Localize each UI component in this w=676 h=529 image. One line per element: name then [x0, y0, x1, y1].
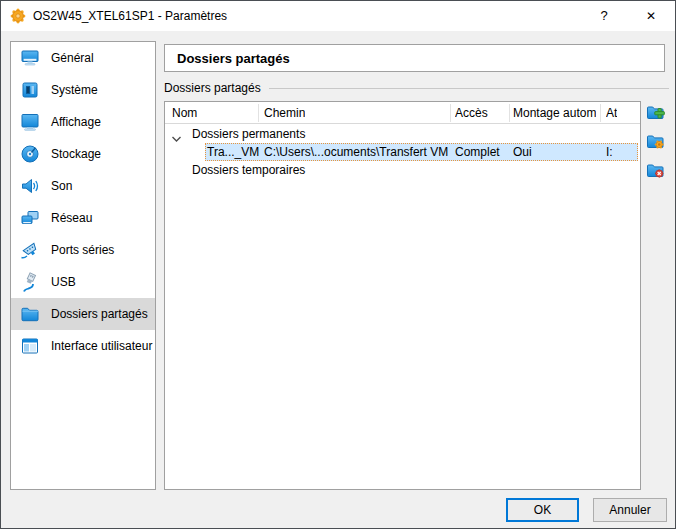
sidebar-item-label: Interface utilisateur: [51, 339, 152, 353]
sidebar-item-label: Stockage: [51, 147, 101, 161]
sidebar-item-label: Dossiers partagés: [51, 307, 148, 321]
column-separator[interactable]: [450, 104, 451, 122]
sidebar-item-user-interface[interactable]: Interface utilisateur: [11, 330, 155, 362]
folder-remove-icon: [645, 160, 667, 182]
titlebar[interactable]: OS2W45_XTEL61SP1 - Paramètres ? ✕: [1, 1, 675, 31]
settings-dialog: OS2W45_XTEL61SP1 - Paramètres ? ✕ Généra…: [0, 0, 676, 529]
groupbox-header: Dossiers partagés: [164, 81, 669, 95]
sidebar-item-network[interactable]: Réseau: [11, 202, 155, 234]
sidebar-item-label: Réseau: [51, 211, 92, 225]
shared-folder-row[interactable]: Tra..._VM C:\Users\...ocuments\Transfert…: [165, 143, 640, 161]
close-button[interactable]: ✕: [635, 1, 667, 31]
column-header-nom[interactable]: Nom: [172, 102, 197, 124]
cell-montage-auto: Oui: [513, 143, 532, 161]
sidebar-item-system[interactable]: Système: [11, 74, 155, 106]
speaker-icon: [19, 175, 41, 197]
network-icon: [19, 207, 41, 229]
serial-port-icon: [19, 239, 41, 261]
groupbox-line: [269, 88, 669, 89]
ui-window-icon: [19, 335, 41, 357]
shared-folder-icon: [19, 303, 41, 325]
sidebar-item-audio[interactable]: Son: [11, 170, 155, 202]
folder-toolbar: [645, 102, 669, 182]
groupbox-label: Dossiers partagés: [164, 81, 261, 95]
sidebar-item-serial-ports[interactable]: Ports séries: [11, 234, 155, 266]
help-button[interactable]: ?: [588, 1, 620, 31]
settings-category-list: Général Système Affichage Stockage Son R…: [10, 41, 156, 490]
sidebar-item-storage[interactable]: Stockage: [11, 138, 155, 170]
folder-gear-icon: [645, 131, 667, 153]
sidebar-item-shared-folders[interactable]: Dossiers partagés: [11, 298, 155, 330]
column-separator[interactable]: [600, 104, 601, 122]
tree-group-label: Dossiers temporaires: [192, 161, 305, 179]
display-icon: [19, 111, 41, 133]
column-header-acces[interactable]: Accès: [455, 102, 488, 124]
cancel-button[interactable]: Annuler: [593, 498, 667, 522]
table-header: Nom Chemin Accès Montage autom At: [165, 102, 640, 124]
cell-acces: Complet: [455, 143, 500, 161]
sidebar-item-label: Ports séries: [51, 243, 114, 257]
add-shared-folder-button[interactable]: [645, 102, 667, 124]
chip-icon: [19, 79, 41, 101]
tree-group-label: Dossiers permanents: [192, 125, 305, 143]
sidebar-item-label: Son: [51, 179, 72, 193]
sidebar-item-usb[interactable]: USB: [11, 266, 155, 298]
shared-folders-table: Nom Chemin Accès Montage autom At Dossie…: [164, 101, 641, 490]
column-separator[interactable]: [509, 104, 510, 122]
tree-group-permanent-folders[interactable]: Dossiers permanents: [165, 125, 640, 143]
remove-shared-folder-button[interactable]: [645, 160, 667, 182]
sidebar-item-general[interactable]: Général: [11, 42, 155, 74]
column-header-at[interactable]: At: [606, 102, 617, 124]
column-header-montage[interactable]: Montage autom: [513, 102, 596, 124]
sidebar-item-label: Général: [51, 51, 94, 65]
sidebar-item-display[interactable]: Affichage: [11, 106, 155, 138]
page-title-box: Dossiers partagés: [164, 44, 665, 72]
sidebar-item-label: Système: [51, 83, 98, 97]
folder-plus-icon: [645, 102, 667, 124]
page-title: Dossiers partagés: [177, 51, 290, 66]
sidebar-item-label: Affichage: [51, 115, 101, 129]
window-title: OS2W45_XTEL61SP1 - Paramètres: [33, 1, 227, 31]
usb-icon: [19, 271, 41, 293]
cell-nom: Tra..._VM: [207, 143, 259, 161]
disk-icon: [19, 143, 41, 165]
monitor-icon: [19, 47, 41, 69]
column-separator[interactable]: [258, 104, 259, 122]
cell-at: I:: [606, 143, 613, 161]
gear-icon: [10, 8, 26, 24]
ok-button[interactable]: OK: [506, 498, 579, 522]
tree-group-temporary-folders[interactable]: Dossiers temporaires: [165, 161, 640, 179]
cell-chemin: C:\Users\...ocuments\Transfert VM: [264, 143, 448, 161]
sidebar-item-label: USB: [51, 275, 76, 289]
edit-shared-folder-button[interactable]: [645, 131, 667, 153]
column-header-chemin[interactable]: Chemin: [264, 102, 305, 124]
